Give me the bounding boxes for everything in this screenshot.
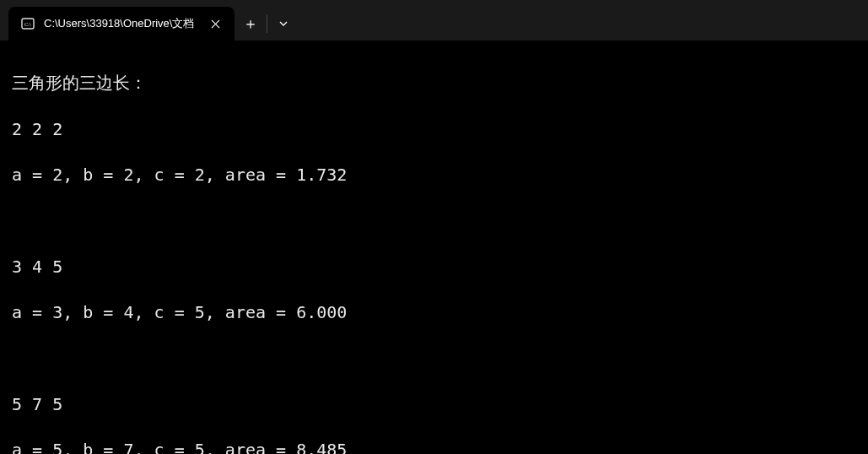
close-tab-button[interactable] bbox=[208, 16, 223, 31]
tab-dropdown-button[interactable] bbox=[267, 7, 299, 41]
result-line: a = 3, b = 4, c = 5, area = 6.000 bbox=[12, 301, 856, 324]
tab-title: C:\Users\33918\OneDrive\文档 bbox=[44, 16, 194, 31]
blank-line bbox=[12, 209, 856, 232]
terminal-output[interactable]: 三角形的三边长： 2 2 2 a = 2, b = 2, c = 2, area… bbox=[0, 41, 868, 454]
titlebar-controls: ＋ bbox=[235, 7, 299, 41]
input-line: 3 4 5 bbox=[12, 256, 856, 278]
blank-line bbox=[12, 347, 856, 370]
cmd-icon: C:\ bbox=[20, 16, 35, 31]
input-line: 5 7 5 bbox=[12, 393, 856, 416]
prompt-line: 三角形的三边长： bbox=[12, 72, 856, 95]
terminal-tab[interactable]: C:\ C:\Users\33918\OneDrive\文档 bbox=[8, 7, 235, 41]
new-tab-button[interactable]: ＋ bbox=[235, 7, 267, 41]
window-titlebar: C:\ C:\Users\33918\OneDrive\文档 ＋ bbox=[0, 0, 868, 41]
input-line: 2 2 2 bbox=[12, 118, 856, 141]
result-line: a = 5, b = 7, c = 5, area = 8.485 bbox=[12, 439, 856, 454]
svg-text:C:\: C:\ bbox=[24, 21, 31, 27]
result-line: a = 2, b = 2, c = 2, area = 1.732 bbox=[12, 164, 856, 186]
